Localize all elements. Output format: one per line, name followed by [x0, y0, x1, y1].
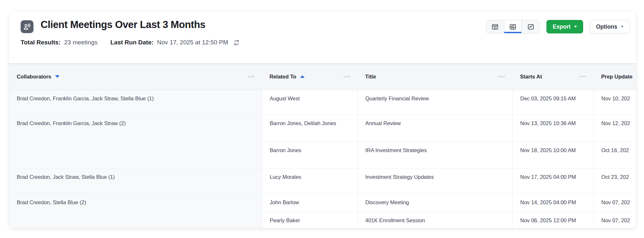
- cell-prep-update[interactable]: Nov 07, 202: [593, 194, 637, 212]
- column-menu-icon[interactable]: [245, 74, 257, 79]
- chevron-down-icon: [620, 26, 624, 28]
- page-title: Client Meetings Over Last 3 Months: [41, 19, 205, 31]
- report-meta: Total Results: 23 meetings Last Run Date…: [21, 39, 630, 46]
- chart-view-icon: [527, 23, 535, 31]
- export-button-label: Export: [553, 23, 570, 30]
- column-label: Title: [365, 74, 376, 80]
- cell-title[interactable]: Annual Review: [357, 114, 512, 142]
- table-row[interactable]: Brad Creedon, Franklin Garcia, Jack Stra…: [9, 90, 637, 114]
- column-menu-icon[interactable]: [340, 74, 353, 79]
- table-header-row: CollaboratorsRelated ToTitleStarts AtPre…: [9, 64, 637, 90]
- cell-title[interactable]: 401K Enrollment Session: [357, 212, 512, 228]
- cell-starts-at[interactable]: Nov 14, 2025 04:00 PM: [512, 194, 593, 212]
- options-button[interactable]: Options: [590, 20, 630, 33]
- cell-starts-at[interactable]: Nov 06, 2025 12:00 PM: [512, 212, 593, 228]
- cell-related-to[interactable]: August West: [262, 90, 357, 114]
- column-label: Collaborators: [17, 74, 51, 80]
- toolbar: Export Options: [486, 20, 630, 33]
- chart-and-table-view-button[interactable]: [504, 20, 522, 33]
- cell-prep-update[interactable]: Nov 07, 202: [593, 212, 637, 228]
- cell-title[interactable]: Quarterly Financial Review: [357, 90, 512, 114]
- report-card: Client Meetings Over Last 3 Months: [9, 11, 637, 228]
- export-button[interactable]: Export: [546, 20, 583, 33]
- cell-prep-update[interactable]: Nov 10, 202: [593, 90, 637, 114]
- chart-view-button[interactable]: [522, 20, 539, 33]
- cell-prep-update[interactable]: Oct 16, 202: [593, 142, 637, 168]
- total-results-value: 23 meetings: [64, 39, 98, 46]
- person-speaking-icon: [21, 20, 33, 33]
- column-menu-icon[interactable]: [576, 74, 589, 79]
- cell-related-to[interactable]: Barron Jones: [262, 142, 357, 168]
- cell-title[interactable]: IRA Investment Strategies: [357, 142, 512, 168]
- cell-starts-at[interactable]: Nov 17, 2025 04:00 PM: [512, 168, 593, 194]
- cell-collaborators[interactable]: Brad Creedon, Franklin Garcia, Jack Stra…: [9, 114, 262, 168]
- view-toggle: [486, 20, 540, 33]
- cell-related-to[interactable]: Barron Jones, Delilah Jones: [262, 114, 357, 142]
- cell-starts-at[interactable]: Nov 18, 2025 10:00 AM: [512, 142, 593, 168]
- table-view-button[interactable]: [486, 20, 504, 33]
- sort-desc-icon: [55, 75, 60, 78]
- table-view-icon: [491, 23, 499, 31]
- cell-title[interactable]: Investment Strategy Updates: [357, 168, 512, 194]
- cell-collaborators[interactable]: Brad Creedon, Stella Blue (2): [9, 194, 262, 228]
- chevron-down-icon: [574, 26, 577, 28]
- cell-starts-at[interactable]: Dec 03, 2025 09:15 AM: [512, 90, 593, 114]
- table-row[interactable]: Brad Creedon, Franklin Garcia, Jack Stra…: [9, 114, 637, 142]
- cell-related-to[interactable]: Lucy Morales: [262, 168, 357, 194]
- column-label: Prep Update: [601, 74, 632, 80]
- cell-related-to[interactable]: Pearly Baker: [262, 212, 357, 228]
- options-button-label: Options: [596, 23, 617, 30]
- cell-collaborators[interactable]: Brad Creedon, Franklin Garcia, Jack Stra…: [9, 90, 262, 114]
- column-header-collaborators[interactable]: Collaborators: [9, 64, 262, 90]
- last-run-date-label: Last Run Date:: [110, 39, 154, 46]
- cell-prep-update[interactable]: Nov 12, 202: [593, 114, 637, 142]
- cell-related-to[interactable]: John Barlow: [262, 194, 357, 212]
- chart-and-table-view-icon: [509, 23, 516, 31]
- column-label: Related To: [270, 74, 296, 80]
- column-header-related-to[interactable]: Related To: [262, 64, 357, 90]
- refresh-icon: [233, 39, 240, 46]
- last-run-date-value: Nov 17, 2025 at 12:50 PM: [157, 39, 228, 46]
- table-row[interactable]: Brad Creedon, Stella Blue (2)John Barlow…: [9, 194, 637, 212]
- cell-starts-at[interactable]: Nov 13, 2025 10:36 AM: [512, 114, 593, 142]
- cell-collaborators[interactable]: Brad Creedon, Jack Straw, Stella Blue (1…: [9, 168, 262, 194]
- results-table: CollaboratorsRelated ToTitleStarts AtPre…: [9, 64, 637, 228]
- column-header-prep-update[interactable]: Prep Update: [593, 64, 637, 90]
- cell-title[interactable]: Discovery Meeting: [357, 194, 512, 212]
- cell-prep-update[interactable]: Oct 23, 202: [593, 168, 637, 194]
- table-row[interactable]: Brad Creedon, Jack Straw, Stella Blue (1…: [9, 168, 637, 194]
- refresh-button[interactable]: [233, 39, 240, 46]
- active-view-indicator: [504, 32, 521, 33]
- report-header: Client Meetings Over Last 3 Months: [9, 11, 636, 64]
- total-results-label: Total Results:: [21, 39, 61, 46]
- column-header-title[interactable]: Title: [357, 64, 512, 90]
- column-label: Starts At: [520, 74, 542, 80]
- page: { "header": { "icon": "person-speaking-i…: [0, 0, 644, 238]
- column-menu-icon[interactable]: [495, 74, 508, 79]
- sort-asc-icon: [300, 75, 305, 78]
- column-header-starts-at[interactable]: Starts At: [512, 64, 593, 90]
